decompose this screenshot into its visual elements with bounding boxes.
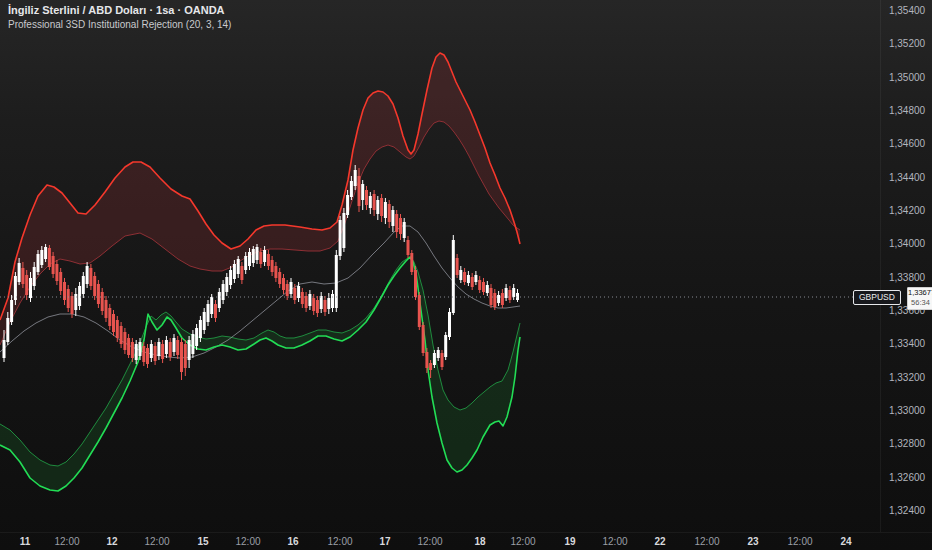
candle-body (10, 300, 13, 322)
symbol-title[interactable]: İngiliz Sterlini / ABD Doları · 1sa · OA… (8, 4, 231, 17)
candle-body (157, 342, 160, 356)
candle-body (248, 252, 251, 266)
price-axis-label: 1,33200 (881, 372, 932, 383)
price-axis-label: 1,32400 (881, 505, 932, 516)
price-axis-label: 1,34400 (881, 172, 932, 183)
candle-body (29, 278, 32, 298)
chart-canvas[interactable] (0, 0, 880, 532)
candle-body (467, 275, 470, 283)
time-axis-label: 11 (20, 536, 31, 547)
candle-body (418, 295, 421, 327)
candle-body (135, 344, 138, 360)
candle-body (222, 284, 225, 300)
candle-body (86, 266, 89, 284)
candles (3, 165, 520, 380)
candle-body (274, 266, 277, 278)
symbol-price-badge[interactable]: GBPUSD (853, 290, 901, 305)
candle-body (293, 288, 296, 300)
candle-body (482, 282, 485, 292)
candle-body (407, 240, 410, 255)
price-axis-label: 1,35400 (881, 5, 932, 16)
candle-body (48, 248, 51, 267)
time-axis[interactable]: 1112:001212:001512:001612:001712:001812:… (0, 532, 932, 550)
candle-body (214, 304, 217, 318)
candle-body (165, 340, 168, 354)
candle-body (297, 286, 300, 298)
candle-body (414, 270, 417, 297)
price-axis-label: 1,34000 (881, 238, 932, 249)
candle-body (74, 294, 77, 310)
price-axis[interactable]: 1,354001,352001,350001,348001,346001,344… (880, 0, 932, 532)
candle-body (180, 342, 183, 372)
candle-body (403, 222, 406, 238)
candle-body (354, 170, 357, 186)
candle-body (425, 352, 428, 368)
candle-body (82, 276, 85, 294)
candle-body (312, 298, 315, 311)
candle-body (101, 292, 104, 311)
time-axis-label: 18 (474, 536, 485, 547)
price-axis-label: 1,35200 (881, 38, 932, 49)
candle-body (459, 270, 462, 280)
time-axis-label: 12:00 (144, 536, 169, 547)
candle-body (331, 294, 334, 308)
trading-chart-app: İngiliz Sterlini / ABD Doları · 1sa · OA… (0, 0, 932, 550)
candle-body (25, 275, 28, 295)
candle-body (380, 198, 383, 216)
candle-body (278, 272, 281, 284)
candle-body (391, 210, 394, 226)
candle-body (240, 266, 243, 280)
price-axis-label: 1,32800 (881, 438, 932, 449)
time-axis-label: 12 (106, 536, 117, 547)
candle-body (448, 312, 451, 337)
candle-body (184, 344, 187, 368)
candle-body (3, 340, 6, 358)
time-axis-label: 12:00 (327, 536, 352, 547)
time-axis-label: 22 (654, 536, 665, 547)
candle-body (14, 276, 17, 300)
candle-body (33, 267, 36, 286)
candle-body (67, 289, 70, 308)
candle-body (342, 213, 345, 248)
candle-body (433, 353, 436, 365)
candle-body (263, 250, 266, 262)
candle-body (131, 342, 134, 358)
time-axis-label: 12:00 (54, 536, 79, 547)
candle-body (350, 181, 353, 197)
candle-body (259, 252, 262, 264)
last-price-value: 1,33677 (908, 288, 932, 298)
candle-body (508, 290, 511, 300)
indicator-title[interactable]: Professional 3SD Institutional Rejection… (8, 18, 231, 31)
time-axis-label: 23 (747, 536, 758, 547)
candle-body (373, 194, 376, 210)
candle-body (18, 263, 21, 282)
candle-body (308, 294, 311, 306)
candle-body (410, 253, 413, 272)
price-axis-label: 1,35000 (881, 72, 932, 83)
candle-body (237, 259, 240, 274)
candle-body (161, 344, 164, 359)
candle-body (188, 340, 191, 360)
candle-body (305, 296, 308, 308)
candle-body (441, 353, 444, 367)
candle-body (497, 295, 500, 303)
candle-body (89, 268, 92, 286)
candle-body (105, 300, 108, 318)
candle-body (501, 293, 504, 305)
candle-body (361, 184, 364, 200)
candle-body (116, 320, 119, 338)
candle-body (339, 220, 342, 256)
candle-body (471, 277, 474, 287)
candle-body (108, 308, 111, 326)
candle-body (203, 312, 206, 330)
candle-body (493, 293, 496, 307)
candle-body (456, 258, 459, 275)
candle-body (233, 264, 236, 279)
candle-body (40, 250, 43, 265)
candle-body (376, 200, 379, 214)
candle-body (286, 284, 289, 296)
candle-body (97, 284, 100, 304)
bar-countdown: 56:34 (908, 298, 932, 308)
candle-body (422, 325, 425, 353)
candle-body (463, 272, 466, 282)
